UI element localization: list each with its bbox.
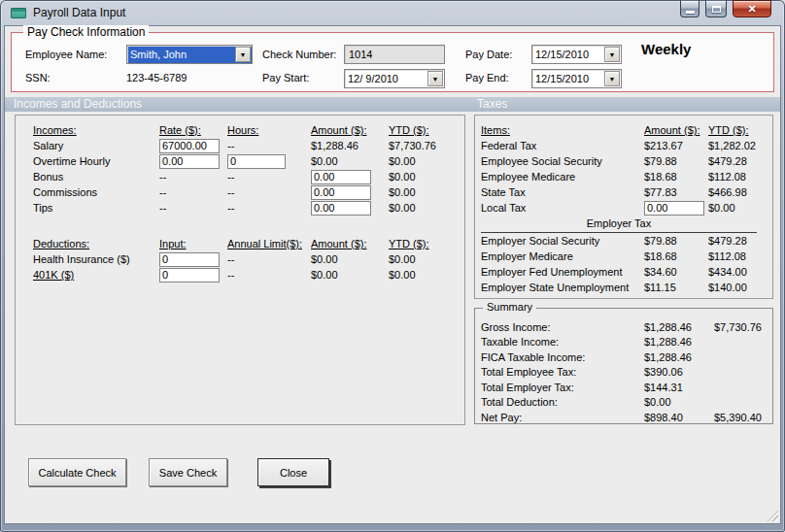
employee-name-combobox[interactable]: Smith, John ▼ (126, 45, 253, 64)
col-header: Input: (159, 238, 227, 249)
cell-ytd: $0.00 (389, 253, 464, 265)
cell-ytd: $7,730.76 (714, 321, 772, 333)
401k-input[interactable] (159, 268, 220, 283)
col-header: Amount ($): (311, 124, 389, 136)
summary-row-employee-tax: Total Employee Tax: $390.06 (481, 365, 772, 381)
overtime-hours-input[interactable] (227, 154, 286, 169)
cell-amount: $213.67 (644, 140, 708, 151)
income-row-salary: Salary -- $1,288.46 $7,730.76 (33, 138, 464, 153)
col-header: Deductions: (33, 238, 159, 249)
cell-value: $898.40 (644, 412, 714, 423)
cell-amount: $18.68 (644, 250, 708, 262)
cell-limit: -- (227, 253, 311, 265)
employee-name-label: Employee Name: (25, 49, 107, 60)
cell-value: $144.31 (644, 382, 714, 393)
row-label: FICA Taxable Income: (481, 351, 644, 363)
cell-rate: -- (159, 171, 227, 183)
row-label: State Tax (481, 186, 644, 198)
cell-ytd: $479.28 (708, 155, 772, 167)
incomes-deductions-panel: Incomes: Rate ($): Hours: Amount ($): YT… (15, 115, 465, 425)
cell-ytd: $0.00 (389, 202, 464, 214)
pay-end-dropdown-button[interactable]: ▼ (604, 71, 620, 86)
pay-start-dropdown-button[interactable]: ▼ (427, 71, 443, 86)
tax-row-employer-ss: Employer Social Security $79.88 $479.28 (481, 233, 772, 249)
chevron-down-icon: ▼ (432, 76, 439, 83)
deductions-header-row: Deductions: Input: Annual Limit($): Amou… (33, 236, 464, 251)
cell-ytd: $112.08 (708, 250, 772, 262)
pay-frequency-label: Weekly (641, 41, 691, 57)
tax-row-employee-medicare: Employee Medicare $18.68 $112.08 (481, 169, 772, 184)
cell-limit: -- (227, 269, 311, 281)
401k-link[interactable]: 401K ($) (33, 269, 159, 281)
cell-ytd: $466.98 (708, 186, 772, 198)
summary-row-gross: Gross Income: $1,288.46 $7,730.76 (481, 319, 772, 335)
save-check-button[interactable]: Save Check (149, 458, 227, 486)
row-label: Taxable Income: (481, 336, 644, 348)
close-window-button[interactable]: ✕ (733, 0, 771, 17)
pay-date-label: Pay Date: (465, 49, 512, 60)
local-tax-input[interactable] (644, 201, 704, 216)
ssn-value: 123-45-6789 (126, 72, 187, 83)
maximize-button[interactable] (705, 0, 727, 17)
cell-amount: $34.60 (644, 266, 708, 278)
minimize-button[interactable] (680, 0, 700, 17)
resize-grip[interactable] (768, 511, 778, 521)
cell-rate: -- (159, 202, 227, 214)
summary-row-taxable: Taxable Income: $1,288.46 (481, 335, 772, 350)
payroll-window: Payroll Data Input ✕ Pay Check Informati… (0, 0, 785, 532)
minimize-icon (686, 11, 695, 14)
col-header: YTD ($): (389, 238, 464, 249)
summary-row-net-pay: Net Pay: $898.40 $5,390.40 (481, 410, 772, 425)
close-icon: ✕ (747, 1, 756, 17)
overtime-rate-input[interactable] (159, 154, 220, 169)
cell-value: $1,288.46 (644, 321, 714, 333)
cell-ytd: $0.00 (389, 171, 464, 183)
row-label: Employer Fed Unemployment (481, 266, 644, 278)
summary-row-fica: FICA Taxable Income: $1,288.46 (481, 349, 772, 365)
cell-amount: $0.00 (311, 269, 389, 281)
cell-amount: $79.88 (644, 235, 708, 247)
cell-ytd: $0.00 (389, 186, 464, 198)
pay-end-picker[interactable]: 12/15/2010 ▼ (531, 69, 622, 88)
deduction-row-401k: 401K ($) -- $0.00 $0.00 (33, 267, 464, 283)
cell-ytd: $7,730.76 (389, 140, 464, 151)
salary-rate-input[interactable] (159, 139, 220, 153)
income-row-bonus: Bonus -- -- $0.00 (33, 169, 464, 184)
cell-ytd: $140.00 (708, 282, 772, 293)
row-label: Overtime Hourly (33, 155, 159, 167)
col-header: Amount ($): (644, 124, 708, 136)
check-number-label: Check Number: (262, 49, 336, 60)
check-number-input[interactable] (344, 45, 445, 64)
health-insurance-input[interactable] (159, 252, 220, 267)
section-band: Incomes and Deductions Taxes (5, 97, 780, 112)
col-header: Rate ($): (159, 124, 227, 136)
summary-row-employer-tax: Total Employer Tax: $144.31 (481, 380, 772, 395)
cell-amount: $0.00 (311, 155, 389, 167)
chevron-down-icon: ▼ (609, 76, 616, 83)
cell-hours: -- (227, 186, 311, 198)
deduction-row-health-insurance: Health Insurance ($) -- $0.00 $0.00 (33, 251, 464, 267)
cell-hours: -- (227, 140, 311, 151)
row-label: Local Tax (481, 202, 644, 214)
tax-row-state: State Tax $77.83 $466.98 (481, 184, 772, 200)
income-row-commissions: Commissions -- -- $0.00 (33, 184, 464, 200)
cell-rate: -- (159, 186, 227, 198)
tips-amount-input[interactable] (311, 201, 371, 216)
titlebar[interactable]: Payroll Data Input ✕ (0, 0, 785, 25)
employee-name-dropdown-button[interactable]: ▼ (235, 47, 251, 62)
pay-date-picker[interactable]: 12/15/2010 ▼ (531, 45, 622, 64)
calculate-check-button[interactable]: Calculate Check (28, 458, 126, 486)
taxes-panel: Items: Amount ($): YTD ($): Federal Tax … (474, 115, 773, 299)
summary-row-deduction: Total Deduction: $0.00 (481, 395, 772, 411)
close-button[interactable]: Close (257, 458, 329, 486)
pay-date-dropdown-button[interactable]: ▼ (604, 47, 620, 62)
paycheck-info-legend: Pay Check Information (23, 25, 149, 39)
pay-date-value: 12/15/2010 (532, 49, 604, 60)
row-label: Net Pay: (481, 412, 644, 423)
pay-start-picker[interactable]: 12/ 9/2010 ▼ (344, 69, 445, 88)
row-label: Bonus (33, 171, 159, 183)
commissions-amount-input[interactable] (311, 185, 371, 200)
bonus-amount-input[interactable] (311, 170, 371, 184)
col-header: Incomes: (33, 124, 159, 136)
cell-ytd: $434.00 (708, 266, 772, 278)
